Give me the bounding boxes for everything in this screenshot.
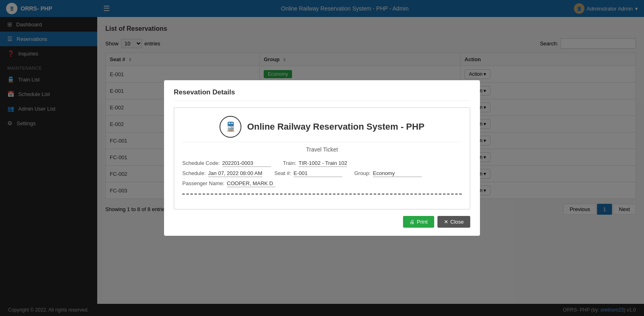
passenger-label: Passenger Name: (182, 180, 224, 186)
schedule-code-value: 202201-0003 (222, 160, 271, 167)
ticket-fields: Schedule Code: 202201-0003 Train: TIR-10… (182, 160, 462, 187)
train-value: TIR-1002 - Train 102 (299, 160, 347, 167)
modal-overlay: Resevation Details 🚆 Online Railway Rese… (0, 0, 644, 316)
seat-label: Seat #: (275, 170, 291, 176)
ticket-divider (182, 194, 462, 194)
print-label: Print (417, 219, 428, 225)
modal-footer: 🖨 Print ✕ Close (174, 216, 470, 228)
print-icon: 🖨 (409, 219, 415, 225)
reservation-modal: Resevation Details 🚆 Online Railway Rese… (164, 80, 480, 236)
close-label: Close (450, 219, 464, 225)
schedule-label: Schedule: (182, 170, 206, 176)
group-field: Group: Economy (354, 170, 422, 177)
seat-field: Seat #: E-001 (275, 170, 342, 177)
schedule-code-label: Schedule Code: (182, 160, 220, 166)
schedule-code-field: Schedule Code: 202201-0003 (182, 160, 271, 167)
print-button[interactable]: 🖨 Print (403, 216, 434, 228)
modal-title: Resevation Details (174, 88, 470, 101)
ticket-app-title: Online Railway Reservation System - PHP (247, 122, 424, 132)
group-label: Group: (354, 170, 371, 176)
passenger-value: COOPER, MARK D (227, 180, 275, 187)
schedule-field: Schedule: Jan 07, 2022 08:00 AM (182, 170, 262, 177)
train-field: Train: TIR-1002 - Train 102 (283, 160, 348, 167)
group-value: Economy (373, 170, 422, 177)
ticket-subtitle: Travel Ticket (182, 146, 462, 153)
ticket-header: 🚆 Online Railway Reservation System - PH… (182, 116, 462, 142)
ticket: 🚆 Online Railway Reservation System - PH… (174, 107, 470, 209)
ticket-logo: 🚆 (220, 116, 241, 138)
train-label: Train: (283, 160, 296, 166)
ticket-row-1: Schedule Code: 202201-0003 Train: TIR-10… (182, 160, 462, 167)
close-icon: ✕ (444, 219, 448, 225)
close-button[interactable]: ✕ Close (437, 216, 470, 228)
ticket-row-3: Passenger Name: COOPER, MARK D (182, 180, 462, 187)
ticket-row-2: Schedule: Jan 07, 2022 08:00 AM Seat #: … (182, 170, 462, 177)
schedule-value: Jan 07, 2022 08:00 AM (208, 170, 262, 177)
passenger-field: Passenger Name: COOPER, MARK D (182, 180, 275, 187)
seat-value: E-001 (294, 170, 342, 177)
